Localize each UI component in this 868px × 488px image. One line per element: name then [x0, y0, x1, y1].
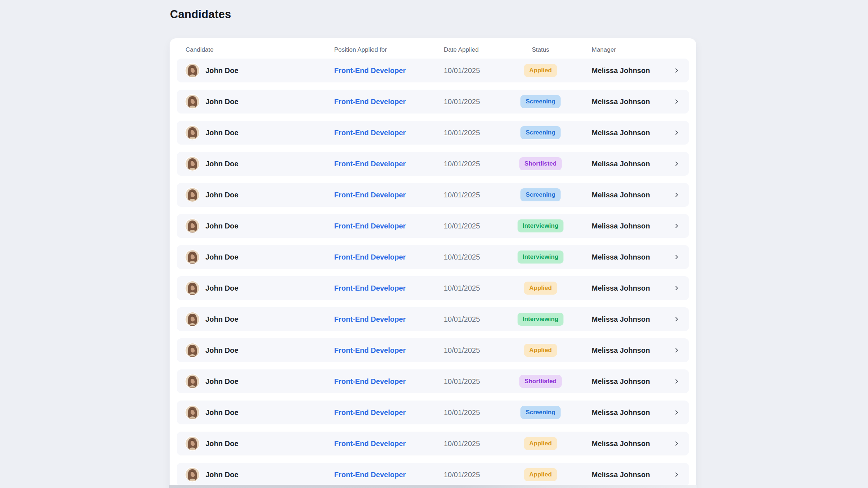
- table-body: John Doe Front-End Developer 10/01/2025 …: [170, 59, 696, 488]
- position-link[interactable]: Front-End Developer: [334, 160, 406, 168]
- date-applied: 10/01/2025: [444, 471, 511, 479]
- chevron-right-icon[interactable]: [673, 316, 680, 323]
- chevron-right-icon[interactable]: [673, 222, 680, 230]
- position-link[interactable]: Front-End Developer: [334, 129, 406, 137]
- date-applied: 10/01/2025: [444, 98, 511, 106]
- position-link[interactable]: Front-End Developer: [334, 98, 406, 106]
- table-row[interactable]: John Doe Front-End Developer 10/01/2025 …: [177, 369, 689, 393]
- date-applied: 10/01/2025: [444, 160, 511, 168]
- avatar: [186, 126, 199, 140]
- manager-name: Melissa Johnson: [592, 377, 650, 386]
- status-badge: Screening: [520, 188, 560, 201]
- chevron-right-icon[interactable]: [673, 378, 680, 385]
- position-link[interactable]: Front-End Developer: [334, 222, 406, 230]
- status-badge: Interviewing: [518, 313, 563, 326]
- table-row[interactable]: John Doe Front-End Developer 10/01/2025 …: [177, 90, 689, 114]
- table-row[interactable]: John Doe Front-End Developer 10/01/2025 …: [177, 432, 689, 455]
- chevron-right-icon[interactable]: [673, 129, 680, 136]
- candidate-cell: John Doe: [186, 281, 334, 295]
- date-applied: 10/01/2025: [444, 377, 511, 386]
- candidate-cell: John Doe: [186, 157, 334, 171]
- chevron-right-icon[interactable]: [673, 347, 680, 354]
- date-applied: 10/01/2025: [444, 222, 511, 230]
- candidates-card: Candidate Position Applied for Date Appl…: [170, 38, 696, 488]
- position-link[interactable]: Front-End Developer: [334, 346, 406, 355]
- position-link[interactable]: Front-End Developer: [334, 284, 406, 292]
- status-badge: Interviewing: [518, 251, 563, 264]
- chevron-right-icon[interactable]: [673, 160, 680, 167]
- candidate-name: John Doe: [205, 253, 238, 261]
- chevron-right-icon[interactable]: [673, 440, 680, 447]
- table-row[interactable]: John Doe Front-End Developer 10/01/2025 …: [177, 338, 689, 362]
- table-row[interactable]: John Doe Front-End Developer 10/01/2025 …: [177, 307, 689, 331]
- manager-cell: Melissa Johnson: [570, 284, 669, 292]
- status-badge: Screening: [520, 406, 560, 419]
- position-link[interactable]: Front-End Developer: [334, 408, 406, 417]
- manager-name: Melissa Johnson: [592, 222, 650, 230]
- date-applied: 10/01/2025: [444, 346, 511, 355]
- position-cell: Front-End Developer: [334, 471, 444, 479]
- chevron-right-icon[interactable]: [673, 253, 680, 261]
- status-cell: Shortlisted: [511, 375, 570, 388]
- chevron-right-icon[interactable]: [673, 471, 680, 478]
- table-header: Candidate Position Applied for Date Appl…: [177, 38, 689, 59]
- position-link[interactable]: Front-End Developer: [334, 191, 406, 199]
- position-cell: Front-End Developer: [334, 284, 444, 292]
- manager-name: Melissa Johnson: [592, 129, 650, 137]
- table-row[interactable]: John Doe Front-End Developer 10/01/2025 …: [177, 276, 689, 300]
- chevron-right-icon[interactable]: [673, 98, 680, 105]
- position-link[interactable]: Front-End Developer: [334, 67, 406, 75]
- manager-name: Melissa Johnson: [592, 346, 650, 355]
- candidate-cell: John Doe: [186, 219, 334, 233]
- table-row[interactable]: John Doe Front-End Developer 10/01/2025 …: [177, 59, 689, 82]
- column-header-status: Status: [511, 46, 570, 53]
- table-row[interactable]: John Doe Front-End Developer 10/01/2025 …: [177, 401, 689, 424]
- position-cell: Front-End Developer: [334, 191, 444, 199]
- date-applied: 10/01/2025: [444, 284, 511, 292]
- chevron-right-icon[interactable]: [673, 67, 680, 74]
- status-cell: Applied: [511, 468, 570, 481]
- status-cell: Shortlisted: [511, 157, 570, 170]
- chevron-right-icon[interactable]: [673, 409, 680, 416]
- manager-cell: Melissa Johnson: [570, 191, 669, 199]
- table-row[interactable]: John Doe Front-End Developer 10/01/2025 …: [177, 463, 689, 487]
- table-row[interactable]: John Doe Front-End Developer 10/01/2025 …: [177, 245, 689, 269]
- position-link[interactable]: Front-End Developer: [334, 377, 406, 386]
- position-cell: Front-End Developer: [334, 129, 444, 137]
- table-row[interactable]: John Doe Front-End Developer 10/01/2025 …: [177, 121, 689, 145]
- table-row[interactable]: John Doe Front-End Developer 10/01/2025 …: [177, 152, 689, 176]
- candidate-name: John Doe: [205, 160, 238, 168]
- avatar: [186, 281, 199, 295]
- status-badge: Applied: [524, 64, 557, 77]
- table-row[interactable]: John Doe Front-End Developer 10/01/2025 …: [177, 214, 689, 238]
- row-chevron-cell: [669, 316, 680, 323]
- status-cell: Applied: [511, 344, 570, 357]
- status-cell: Applied: [511, 282, 570, 295]
- page-title: Candidates: [170, 8, 231, 21]
- position-link[interactable]: Front-End Developer: [334, 253, 406, 261]
- manager-cell: Melissa Johnson: [570, 129, 669, 137]
- row-chevron-cell: [669, 191, 680, 198]
- column-header-position: Position Applied for: [334, 46, 444, 53]
- candidate-name: John Doe: [205, 129, 238, 137]
- status-cell: Screening: [511, 406, 570, 419]
- candidate-cell: John Doe: [186, 250, 334, 264]
- table-row[interactable]: John Doe Front-End Developer 10/01/2025 …: [177, 183, 689, 207]
- row-chevron-cell: [669, 284, 680, 292]
- row-chevron-cell: [669, 378, 680, 385]
- position-link[interactable]: Front-End Developer: [334, 471, 406, 479]
- chevron-right-icon[interactable]: [673, 191, 680, 198]
- avatar: [186, 188, 199, 202]
- position-link[interactable]: Front-End Developer: [334, 315, 406, 324]
- chevron-right-icon[interactable]: [673, 284, 680, 292]
- position-link[interactable]: Front-End Developer: [334, 440, 406, 448]
- candidate-name: John Doe: [205, 377, 238, 386]
- status-badge: Applied: [524, 282, 557, 295]
- manager-name: Melissa Johnson: [592, 191, 650, 199]
- candidate-name: John Doe: [205, 346, 238, 355]
- manager-cell: Melissa Johnson: [570, 377, 669, 386]
- position-cell: Front-End Developer: [334, 408, 444, 417]
- manager-cell: Melissa Johnson: [570, 253, 669, 261]
- manager-cell: Melissa Johnson: [570, 471, 669, 479]
- manager-name: Melissa Johnson: [592, 440, 650, 448]
